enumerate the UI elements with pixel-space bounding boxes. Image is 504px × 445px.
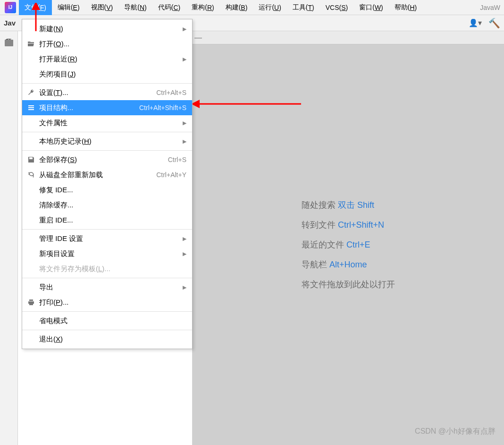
file-menu-item-18[interactable]: 新项目设置▶ — [22, 246, 192, 261]
menu-separator — [22, 83, 192, 84]
menu-工具[interactable]: 工具(T) — [287, 0, 320, 15]
chevron-right-icon: ▶ — [183, 26, 186, 32]
build-icon[interactable]: 🔨 — [488, 17, 500, 29]
chevron-right-icon: ▶ — [183, 120, 186, 126]
menubar: IJ 文件(F)编辑(E)视图(V)导航(N)代码(C)重构(R)构建(B)运行… — [0, 0, 504, 15]
file-menu-item-5[interactable]: 设置(T)...Ctrl+Alt+S — [22, 85, 192, 100]
menu-shortcut: Ctrl+Alt+Y — [156, 171, 186, 179]
file-menu-item-22[interactable]: 打印(P)... — [22, 295, 192, 310]
menu-item-label: 修复 IDE... — [39, 186, 186, 195]
menu-item-label: 将文件另存为模板(L)... — [39, 265, 186, 274]
left-tool-gutter: 项目 — [0, 31, 18, 445]
welcome-hint: 最近的文件 Ctrl+E — [302, 239, 395, 250]
menu-item-label: 从磁盘全部重新加载 — [39, 171, 152, 180]
menu-窗口[interactable]: 窗口(W) — [353, 0, 389, 15]
menu-separator — [22, 132, 192, 132]
chevron-right-icon: ▶ — [183, 251, 186, 257]
menu-帮助[interactable]: 帮助(H) — [389, 0, 422, 15]
menu-item-label: 打印(P)... — [39, 298, 186, 307]
menu-运行[interactable]: 运行(U) — [253, 0, 286, 15]
welcome-hint: 转到文件 Ctrl+Shift+N — [302, 219, 395, 231]
menu-item-label: 导出 — [39, 283, 179, 292]
file-menu-item-24[interactable]: 省电模式 — [22, 313, 192, 328]
menu-重构[interactable]: 重构(R) — [186, 0, 219, 15]
reload-icon — [26, 171, 36, 179]
wrench-icon — [26, 89, 36, 96]
collapse-icon[interactable]: — — [194, 34, 202, 42]
menu-item-label: 管理 IDE 设置 — [39, 234, 179, 243]
menu-item-label: 项目结构... — [39, 103, 135, 112]
window-title-suffix: JavaW — [480, 4, 504, 11]
menu-item-label: 全部保存(S) — [39, 155, 164, 164]
file-menu-item-7[interactable]: 文件属性▶ — [22, 115, 192, 130]
menu-代码[interactable]: 代码(C) — [152, 0, 186, 15]
menu-shortcut: Ctrl+S — [168, 156, 186, 163]
menu-item-label: 重启 IDE... — [39, 216, 186, 225]
file-menu-item-2[interactable]: 打开最近(R)▶ — [22, 51, 192, 67]
user-icon[interactable]: 👤▾ — [469, 18, 482, 27]
menu-item-label: 退出(X) — [39, 335, 186, 344]
file-menu-item-6[interactable]: 项目结构...Ctrl+Alt+Shift+S — [22, 100, 192, 115]
menu-separator — [22, 330, 192, 330]
file-menu-item-12[interactable]: 从磁盘全部重新加载Ctrl+Alt+Y — [22, 167, 192, 182]
menu-item-label: 设置(T)... — [39, 88, 152, 97]
file-menu-dropdown: 新建(N)▶打开(O)...打开最近(R)▶关闭项目(J)设置(T)...Ctr… — [22, 19, 193, 349]
chevron-right-icon: ▶ — [183, 236, 186, 242]
menu-shortcut: Ctrl+Alt+Shift+S — [139, 104, 186, 111]
menu-构建[interactable]: 构建(B) — [220, 0, 253, 15]
editor-tab-strip: — — [193, 31, 504, 44]
menu-导航[interactable]: 导航(N) — [118, 0, 152, 15]
menu-item-label: 清除缓存... — [39, 201, 186, 210]
menu-视图[interactable]: 视图(V) — [85, 0, 119, 15]
file-menu-item-14[interactable]: 清除缓存... — [22, 197, 192, 213]
file-menu-item-17[interactable]: 管理 IDE 设置▶ — [22, 231, 192, 246]
structure-icon — [26, 104, 36, 111]
editor-area: — 随处搜索 双击 Shift转到文件 Ctrl+Shift+N最近的文件 Ct… — [193, 31, 504, 445]
folder-open-icon — [26, 40, 36, 48]
file-menu-item-13[interactable]: 修复 IDE... — [22, 182, 192, 197]
file-menu-item-21[interactable]: 导出▶ — [22, 280, 192, 295]
file-menu-item-11[interactable]: 全部保存(S)Ctrl+S — [22, 152, 192, 167]
menu-item-label: 新建(N) — [39, 25, 179, 34]
welcome-hint: 导航栏 Alt+Home — [302, 259, 395, 270]
file-menu-item-15[interactable]: 重启 IDE... — [22, 213, 192, 228]
menu-item-label: 本地历史记录(H) — [39, 137, 179, 146]
menu-item-label: 新项目设置 — [39, 249, 179, 258]
chevron-right-icon: ▶ — [183, 56, 186, 62]
menu-item-label: 打开(O)... — [39, 40, 186, 49]
file-menu-item-26[interactable]: 退出(X) — [22, 332, 192, 347]
save-icon — [26, 156, 36, 163]
menu-文件[interactable]: 文件(F) — [19, 0, 52, 15]
menu-item-label: 打开最近(R) — [39, 55, 179, 64]
menu-编辑[interactable]: 编辑(E) — [52, 0, 85, 15]
menu-separator — [22, 278, 192, 278]
menu-separator — [22, 311, 192, 312]
file-menu-item-3[interactable]: 关闭项目(J) — [22, 67, 192, 82]
menu-item-label: 省电模式 — [39, 317, 186, 325]
folder-icon[interactable] — [5, 40, 13, 46]
file-menu-item-19: 将文件另存为模板(L)... — [22, 261, 192, 276]
app-icon: IJ — [5, 2, 16, 13]
welcome-hint: 将文件拖放到此处以打开 — [302, 279, 395, 290]
menu-VCS[interactable]: VCS(S) — [320, 0, 353, 15]
chevron-right-icon: ▶ — [183, 284, 186, 291]
menu-item-label: 关闭项目(J) — [39, 70, 186, 79]
chevron-right-icon: ▶ — [183, 138, 186, 145]
toolbar-left-text: Jav — [4, 19, 16, 27]
print-icon — [26, 299, 36, 306]
welcome-hints: 随处搜索 双击 Shift转到文件 Ctrl+Shift+N最近的文件 Ctrl… — [302, 191, 395, 299]
menu-separator — [22, 150, 192, 151]
welcome-hint: 随处搜索 双击 Shift — [302, 199, 395, 211]
menu-separator — [22, 229, 192, 230]
file-menu-item-9[interactable]: 本地历史记录(H)▶ — [22, 134, 192, 149]
watermark: CSDN @小h好像有点胖 — [415, 427, 496, 436]
menu-shortcut: Ctrl+Alt+S — [156, 89, 186, 96]
menu-item-label: 文件属性 — [39, 119, 179, 128]
file-menu-item-1[interactable]: 打开(O)... — [22, 36, 192, 51]
file-menu-item-0[interactable]: 新建(N)▶ — [22, 21, 192, 36]
